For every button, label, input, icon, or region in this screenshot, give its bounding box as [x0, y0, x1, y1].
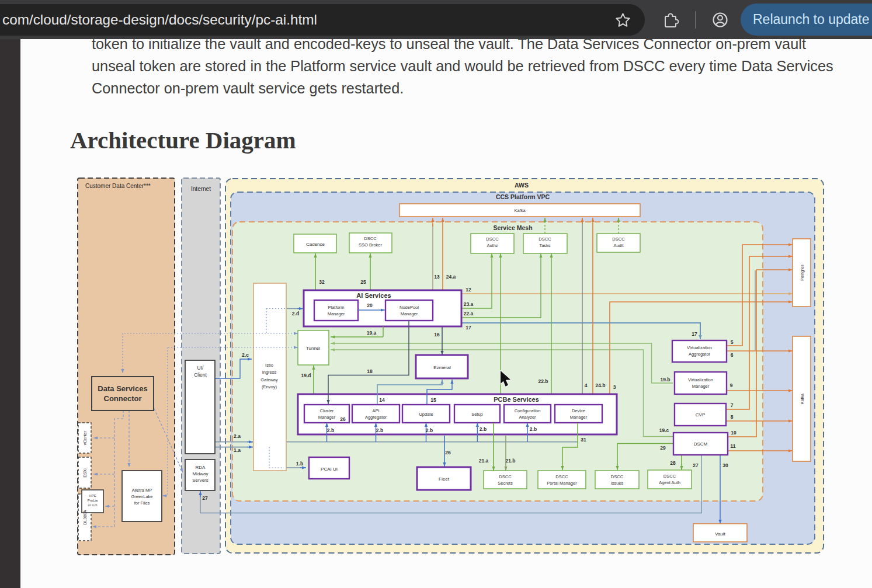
- svg-text:11: 11: [731, 443, 736, 449]
- svg-text:Portal Manager: Portal Manager: [547, 481, 577, 486]
- svg-text:Manager: Manager: [692, 384, 710, 389]
- svg-text:vCenter: vCenter: [83, 430, 87, 445]
- svg-text:Secrets: Secrets: [498, 481, 513, 486]
- svg-text:2.a: 2.a: [234, 433, 241, 439]
- svg-text:12: 12: [465, 287, 471, 293]
- svg-text:Vault: Vault: [715, 531, 725, 537]
- svg-text:17: 17: [465, 325, 471, 330]
- svg-text:Update: Update: [419, 412, 433, 417]
- svg-text:19.a: 19.a: [367, 330, 377, 336]
- svg-text:19.d: 19.d: [301, 373, 311, 378]
- svg-text:27: 27: [202, 495, 208, 501]
- svg-text:CVP: CVP: [696, 412, 705, 417]
- svg-text:GreenLake: GreenLake: [131, 494, 152, 499]
- svg-text:Postgres: Postgres: [800, 265, 805, 281]
- svg-text:Virtualization: Virtualization: [688, 377, 713, 382]
- svg-text:27: 27: [693, 462, 699, 468]
- svg-text:Authz: Authz: [487, 243, 498, 248]
- svg-text:DSCC: DSCC: [539, 236, 551, 242]
- svg-text:DSCC: DSCC: [364, 236, 377, 241]
- svg-text:Servers: Servers: [192, 478, 209, 483]
- svg-text:Manager: Manager: [401, 311, 418, 316]
- svg-text:25: 25: [360, 279, 366, 285]
- svg-text:DSCC: DSCC: [612, 236, 625, 242]
- svg-text:PCBe Services: PCBe Services: [494, 396, 539, 403]
- svg-text:Alletra MP: Alletra MP: [132, 488, 152, 493]
- svg-text:Manager: Manager: [570, 415, 588, 420]
- svg-text:for Files: for Files: [134, 500, 150, 506]
- svg-text:19.b: 19.b: [660, 377, 670, 382]
- svg-text:Manager: Manager: [318, 415, 336, 420]
- svg-text:Device: Device: [572, 408, 585, 413]
- svg-text:AWS: AWS: [515, 182, 529, 189]
- svg-text:22.a: 22.a: [464, 311, 474, 316]
- svg-text:14: 14: [379, 397, 385, 403]
- svg-text:24.a: 24.a: [446, 274, 456, 280]
- svg-text:19.c: 19.c: [659, 427, 669, 433]
- svg-text:Tasks: Tasks: [539, 243, 550, 248]
- svg-text:20: 20: [367, 302, 373, 308]
- svg-text:29: 29: [660, 445, 666, 451]
- svg-text:Client: Client: [194, 372, 207, 378]
- svg-text:Service Mesh: Service Mesh: [493, 224, 532, 231]
- svg-text:2.b: 2.b: [327, 427, 334, 433]
- svg-text:NodePool: NodePool: [399, 305, 419, 310]
- svg-text:ESXi: ESXi: [83, 468, 87, 478]
- svg-text:nt iLO: nt iLO: [88, 503, 97, 507]
- svg-text:DSCC: DSCC: [663, 474, 676, 479]
- svg-text:26: 26: [445, 450, 451, 455]
- svg-text:Istio: Istio: [265, 363, 273, 368]
- svg-text:28: 28: [670, 460, 676, 466]
- svg-text:Configuration: Configuration: [515, 408, 541, 413]
- svg-text:SSO Broker: SSO Broker: [359, 242, 383, 248]
- svg-text:17: 17: [692, 331, 697, 337]
- svg-text:Platform: Platform: [328, 305, 345, 310]
- svg-text:1.b: 1.b: [296, 461, 303, 467]
- svg-text:AI Services: AI Services: [356, 292, 391, 299]
- svg-text:5: 5: [731, 339, 734, 345]
- svg-text:21.b: 21.b: [505, 458, 515, 464]
- svg-text:HPE: HPE: [89, 494, 96, 497]
- svg-text:4: 4: [585, 382, 588, 388]
- svg-text:Cluster: Cluster: [320, 408, 334, 413]
- svg-text:Virtualization: Virtualization: [687, 345, 712, 350]
- svg-text:30: 30: [722, 462, 728, 468]
- svg-text:2.b: 2.b: [376, 427, 383, 433]
- svg-text:UI/: UI/: [197, 365, 204, 371]
- svg-text:9: 9: [730, 382, 733, 388]
- svg-text:Gateway: Gateway: [260, 377, 278, 382]
- svg-text:1.a: 1.a: [234, 447, 241, 453]
- svg-text:DSCC: DSCC: [611, 474, 624, 479]
- svg-text:3: 3: [613, 384, 616, 390]
- svg-text:Setup: Setup: [471, 412, 483, 417]
- svg-text:RDA: RDA: [196, 465, 206, 470]
- svg-text:15: 15: [430, 397, 436, 403]
- svg-text:Kafka: Kafka: [514, 208, 526, 213]
- svg-text:2.b: 2.b: [530, 426, 537, 432]
- svg-text:DL380A: DL380A: [83, 510, 87, 525]
- svg-text:CCS Platform VPC: CCS Platform VPC: [496, 193, 550, 200]
- svg-text:Data Services: Data Services: [98, 384, 147, 393]
- svg-text:2.c: 2.c: [242, 352, 249, 358]
- svg-text:7: 7: [731, 402, 734, 408]
- svg-text:Internet: Internet: [191, 186, 211, 192]
- svg-text:Ezmeral: Ezmeral: [433, 365, 451, 370]
- svg-text:Manager: Manager: [328, 311, 345, 316]
- svg-text:Aggregator: Aggregator: [689, 352, 711, 357]
- svg-text:2.d: 2.d: [292, 311, 299, 316]
- svg-text:DSCC: DSCC: [486, 236, 499, 242]
- svg-text:Analyzer: Analyzer: [519, 415, 536, 420]
- svg-text:2.b: 2.b: [480, 426, 487, 432]
- svg-text:Midway: Midway: [192, 471, 208, 476]
- svg-text:Tunnel: Tunnel: [306, 346, 320, 351]
- svg-text:21.a: 21.a: [479, 458, 489, 464]
- svg-text:10: 10: [731, 430, 736, 436]
- svg-text:Aggregator: Aggregator: [365, 415, 387, 420]
- svg-text:18: 18: [367, 368, 373, 374]
- svg-text:8: 8: [731, 414, 734, 420]
- svg-text:(Envoy): (Envoy): [262, 384, 277, 389]
- svg-text:DSCC: DSCC: [499, 474, 512, 479]
- svg-text:DSCC: DSCC: [555, 474, 568, 479]
- svg-text:Kafka: Kafka: [800, 394, 804, 404]
- svg-text:24.b: 24.b: [595, 382, 605, 388]
